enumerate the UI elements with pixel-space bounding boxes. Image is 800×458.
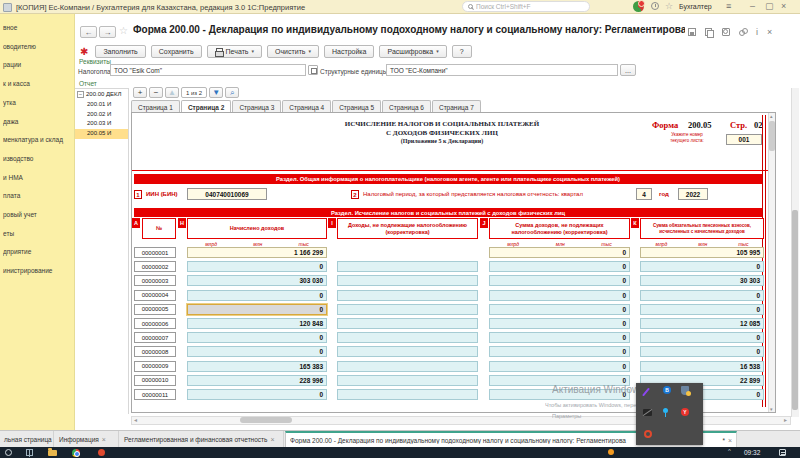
toolbar-button[interactable]: Сохранить (151, 45, 202, 58)
hscroll-right-icon[interactable]: ▸ (784, 417, 787, 424)
tree-item[interactable]: 200.05 И (75, 129, 129, 139)
toolbar-button[interactable]: Настройка (324, 45, 374, 58)
sidebar-item[interactable]: инистрирование (3, 267, 74, 278)
tab-information[interactable]: Информация × (55, 431, 119, 448)
cell-i[interactable] (337, 361, 478, 372)
tree-expander-icon[interactable]: − (77, 91, 84, 98)
cell-k[interactable]: 0 (640, 304, 764, 315)
cell-i[interactable] (337, 261, 478, 272)
cell-k[interactable]: 0 (640, 290, 764, 301)
cell-i[interactable] (337, 346, 478, 357)
cell-h[interactable]: 1 166 299 (187, 247, 327, 258)
tray-app-icon[interactable] (608, 449, 614, 455)
browser-app-icon[interactable] (98, 449, 105, 456)
favorites-icon[interactable]: ☆ (665, 1, 673, 11)
cell-h[interactable]: 0 (187, 389, 327, 400)
file-explorer-icon[interactable] (48, 450, 57, 456)
forward-button[interactable]: → (99, 26, 116, 38)
cell-j[interactable]: 0 (489, 261, 630, 272)
cell-h[interactable]: 0 (187, 304, 327, 315)
minimize-button[interactable]: – (750, 1, 755, 12)
yandex-icon[interactable]: Y (681, 408, 689, 416)
scroll-down-icon[interactable]: ▾ (770, 406, 773, 412)
clock-label[interactable]: 09:32 (744, 449, 760, 456)
action-center-icon[interactable] (779, 449, 786, 456)
structural-units-input[interactable]: ТОО "ЕС-Компани" (386, 64, 618, 76)
cell-k[interactable]: 0 (640, 346, 764, 357)
cell-h[interactable]: 0 (187, 290, 327, 301)
cell-h[interactable]: 120 848 (187, 318, 327, 329)
toolbar-button[interactable]: Расшифровка▾ (379, 45, 446, 58)
quarter-input[interactable]: 4 (636, 188, 652, 200)
defender-icon[interactable] (681, 386, 689, 395)
cell-j[interactable]: 0 (489, 275, 630, 286)
hscroll-thumb[interactable] (240, 417, 292, 423)
sidebar-item[interactable]: еты (3, 230, 74, 241)
search-sheet-icon[interactable]: ⌕ (225, 87, 239, 98)
taxpayer-input[interactable]: ТОО "Esik Com" (110, 64, 306, 76)
copy-icon[interactable] (705, 28, 713, 36)
hscroll-left-icon[interactable]: ◂ (134, 417, 137, 424)
cell-j[interactable]: 0 (489, 332, 630, 343)
task-view-icon[interactable] (26, 449, 33, 456)
cell-k[interactable]: 0 (640, 261, 764, 272)
sidebar-item[interactable]: и НМА (3, 174, 74, 185)
toolbar-button[interactable]: Заполнить (95, 45, 145, 58)
cell-j[interactable]: 0 (489, 304, 630, 315)
tree-item[interactable]: 200.03 И (75, 119, 129, 129)
close-window-button[interactable]: × (781, 1, 786, 12)
history-icon[interactable] (651, 2, 659, 10)
cell-k[interactable]: 0 (640, 332, 764, 343)
tab-close-icon[interactable]: × (728, 437, 732, 444)
tab-regulated-reports[interactable]: Регламентированная и финансовая отчетнос… (120, 431, 284, 448)
bluetooth-icon[interactable]: B (663, 386, 671, 394)
cell-j[interactable]: 0 (489, 247, 630, 258)
cell-i[interactable] (337, 290, 478, 301)
save-icon[interactable] (688, 28, 696, 36)
tab-start-page[interactable]: льная страница (0, 431, 54, 448)
window-vscroll-thumb[interactable] (792, 210, 798, 410)
sidebar-item[interactable]: ровый учет (3, 211, 74, 222)
cortana-search-icon[interactable] (5, 449, 12, 456)
scroll-up-icon[interactable]: ▴ (770, 113, 773, 119)
sidebar-item[interactable]: оводителю (3, 43, 74, 54)
toolbar-button[interactable]: Очистить▾ (267, 45, 319, 58)
screen-sketch-icon[interactable] (642, 388, 650, 397)
tree-item[interactable]: 200.01 И (75, 100, 129, 110)
chrome-icon[interactable] (72, 449, 80, 457)
maximize-button[interactable]: ▢ (765, 1, 774, 12)
link-icon[interactable] (739, 28, 747, 36)
prev-sheet-icon[interactable]: ▲ (165, 87, 179, 98)
main-menu-icon[interactable]: ≡ (726, 1, 731, 11)
cell-j[interactable]: 0 (489, 361, 630, 372)
sidebar-item[interactable]: рации (3, 61, 74, 72)
cell-i[interactable] (337, 375, 478, 386)
sidebar-item[interactable]: плата (3, 192, 74, 203)
remove-sheet-button[interactable]: − (149, 87, 163, 98)
open-taxpayer-icon[interactable] (308, 65, 318, 75)
toolbar-button[interactable]: Печать▾ (207, 45, 262, 58)
next-sheet-icon[interactable]: ▼ (209, 87, 223, 98)
sidebar-item[interactable]: менклатура и склад (3, 136, 74, 147)
find-icon[interactable] (722, 28, 730, 36)
tab-close-icon[interactable]: × (102, 436, 106, 443)
iin-input[interactable]: 040740010069 (187, 188, 267, 200)
discussions-icon[interactable] (633, 1, 644, 12)
tab-close-icon[interactable]: × (270, 436, 274, 443)
sidebar-item[interactable]: к и касса (3, 80, 74, 91)
units-more-button[interactable]: ... (620, 64, 636, 76)
canvas-vscroll-thumb[interactable] (769, 121, 775, 151)
cell-h[interactable]: 303 030 (187, 275, 327, 286)
cell-j[interactable]: 0 (489, 318, 630, 329)
cell-i[interactable] (337, 275, 478, 286)
camera-off-icon[interactable] (643, 409, 652, 416)
year-input[interactable]: 2022 (678, 188, 708, 200)
opera-tray-icon[interactable] (644, 430, 652, 438)
cell-i[interactable] (337, 318, 478, 329)
cell-j[interactable]: 0 (489, 346, 630, 357)
global-search-input[interactable]: Поиск Ctrl+Shift+F (462, 1, 590, 12)
cell-i[interactable] (337, 332, 478, 343)
requisites-link[interactable]: Реквизиты (79, 58, 111, 65)
cell-h[interactable]: 165 383 (187, 361, 327, 372)
sidebar-item[interactable]: дприятие (3, 248, 74, 259)
